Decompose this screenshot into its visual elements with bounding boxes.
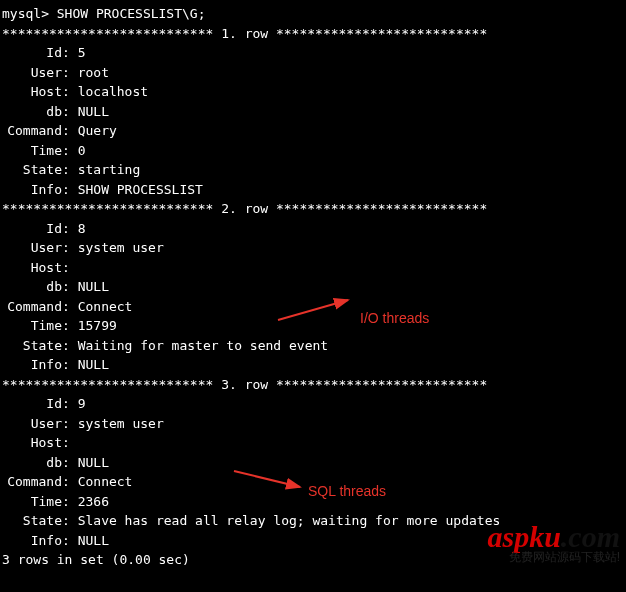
label-state: State <box>2 160 62 180</box>
row1-time: Time: 0 <box>2 141 626 161</box>
row1-host: Host: localhost <box>2 82 626 102</box>
value-db: NULL <box>78 104 109 119</box>
row2-state: State: Waiting for master to send event <box>2 336 626 356</box>
annotation-sql-threads: SQL threads <box>308 481 386 502</box>
prompt-line[interactable]: mysql> SHOW PROCESSLIST\G; <box>2 4 626 24</box>
row2-info: Info: NULL <box>2 355 626 375</box>
value-host: localhost <box>78 84 148 99</box>
value-info: SHOW PROCESSLIST <box>78 182 203 197</box>
row1-state: State: starting <box>2 160 626 180</box>
value-state: starting <box>78 162 141 177</box>
label-user: User <box>2 63 62 83</box>
svg-line-0 <box>278 300 348 320</box>
row3-db: db: NULL <box>2 453 626 473</box>
row2-id: Id: 8 <box>2 219 626 239</box>
svg-line-1 <box>234 471 300 487</box>
row1-db: db: NULL <box>2 102 626 122</box>
value-command: Query <box>78 123 117 138</box>
value-time: 0 <box>78 143 86 158</box>
label-time: Time <box>2 141 62 161</box>
label-command: Command <box>2 121 62 141</box>
watermark-brand: aspku.com <box>487 523 620 550</box>
row-header-2: *************************** 2. row *****… <box>2 199 626 219</box>
row3-id: Id: 9 <box>2 394 626 414</box>
label-info: Info <box>2 180 62 200</box>
value-id: 5 <box>78 45 86 60</box>
entered-command: SHOW PROCESSLIST\G; <box>57 6 206 21</box>
mysql-prompt: mysql> <box>2 6 49 21</box>
label-host: Host <box>2 82 62 102</box>
row1-command: Command: Query <box>2 121 626 141</box>
watermark: aspku.com 免费网站源码下载站! <box>487 523 620 566</box>
row1-info: Info: SHOW PROCESSLIST <box>2 180 626 200</box>
label-id: Id <box>2 43 62 63</box>
row-header-1: *************************** 1. row *****… <box>2 24 626 44</box>
arrow-icon <box>276 294 356 324</box>
row2-host: Host: <box>2 258 626 278</box>
annotation-io-threads: I/O threads <box>360 308 429 329</box>
value-user: root <box>78 65 109 80</box>
row-header-3: *************************** 3. row *****… <box>2 375 626 395</box>
arrow-icon <box>232 465 308 493</box>
row3-user: User: system user <box>2 414 626 434</box>
blank-line <box>2 570 626 590</box>
row1-id: Id: 5 <box>2 43 626 63</box>
label-db: db <box>2 102 62 122</box>
row1-user: User: root <box>2 63 626 83</box>
row2-user: User: system user <box>2 238 626 258</box>
row3-host: Host: <box>2 433 626 453</box>
